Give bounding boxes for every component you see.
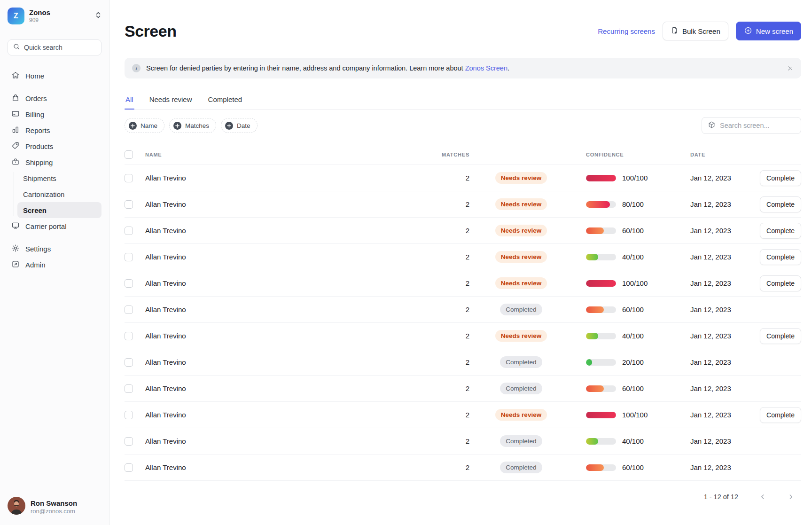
- filter-chip-matches[interactable]: Matches: [169, 118, 216, 133]
- row-checkbox[interactable]: [125, 411, 133, 419]
- user-email: ron@zonos.com: [31, 508, 77, 515]
- row-matches: 2: [422, 227, 469, 235]
- row-checkbox[interactable]: [125, 437, 133, 446]
- row-checkbox[interactable]: [125, 463, 133, 472]
- tabs: All Needs review Completed: [125, 93, 801, 110]
- external-link-icon: [11, 260, 20, 270]
- sidebar-item-home[interactable]: Home: [8, 68, 102, 84]
- status-badge: Needs review: [495, 330, 547, 342]
- sidebar-item-orders[interactable]: Orders: [8, 90, 102, 106]
- row-date: Jan 12, 2023: [690, 200, 756, 208]
- row-name: Allan Trevino: [145, 306, 422, 313]
- row-checkbox[interactable]: [125, 306, 133, 314]
- confidence-bar: [586, 464, 616, 471]
- status-badge: Needs review: [495, 225, 547, 236]
- chevron-right-icon[interactable]: [787, 493, 795, 501]
- complete-button[interactable]: Complete: [760, 275, 801, 291]
- package-icon: [11, 157, 20, 167]
- sidebar-item-label: Products: [25, 142, 53, 150]
- row-date: Jan 12, 2023: [690, 384, 756, 392]
- complete-button[interactable]: Complete: [760, 196, 801, 212]
- status-badge: Needs review: [495, 277, 547, 289]
- status-badge: Needs review: [495, 409, 547, 421]
- complete-button[interactable]: Complete: [760, 249, 801, 265]
- screen-search-input[interactable]: [720, 122, 795, 129]
- sidebar-item-settings[interactable]: Settings: [8, 241, 102, 257]
- row-checkbox[interactable]: [125, 227, 133, 235]
- sidebar-item-reports[interactable]: Reports: [8, 122, 102, 138]
- confidence-value: 100/100: [622, 279, 648, 287]
- filter-chip-name[interactable]: Name: [125, 118, 164, 133]
- confidence-bar: [586, 254, 616, 260]
- filter-chip-date[interactable]: Date: [221, 118, 258, 133]
- confidence-value: 40/100: [622, 332, 644, 340]
- confidence-fill: [586, 333, 598, 339]
- shipping-subnav: Shipments Cartonization Screen: [14, 170, 102, 218]
- row-checkbox[interactable]: [125, 200, 133, 209]
- close-icon[interactable]: [787, 65, 794, 72]
- row-checkbox[interactable]: [125, 332, 133, 340]
- confidence-value: 60/100: [622, 463, 644, 471]
- sidebar-item-label: Cartonization: [23, 190, 64, 198]
- row-date: Jan 12, 2023: [690, 227, 756, 235]
- cube-icon: [708, 121, 716, 131]
- tab-completed[interactable]: Completed: [207, 93, 243, 109]
- quick-search-input[interactable]: [24, 44, 96, 51]
- complete-button[interactable]: Complete: [760, 170, 801, 186]
- workspace-id: 909: [29, 17, 90, 24]
- tab-all[interactable]: All: [125, 93, 134, 109]
- column-header-confidence: Confidence: [573, 152, 690, 157]
- sidebar-nav: Home Orders Billing Reports Products Shi…: [8, 68, 102, 273]
- user-menu[interactable]: Ron Swanson ron@zonos.com: [8, 497, 77, 517]
- row-checkbox[interactable]: [125, 279, 133, 288]
- row-checkbox[interactable]: [125, 358, 133, 367]
- confidence-value: 40/100: [622, 253, 644, 261]
- sidebar-item-products[interactable]: Products: [8, 138, 102, 154]
- row-date: Jan 12, 2023: [690, 358, 756, 366]
- table-row: Allan Trevino 2 Needs review 100/100 Jan…: [125, 270, 801, 297]
- column-header-date: Date: [690, 152, 756, 157]
- sidebar-item-admin[interactable]: Admin: [8, 257, 102, 273]
- file-plus-icon: [671, 26, 679, 36]
- pagination-label: 1 - 12 of 12: [704, 493, 738, 501]
- bar-chart-icon: [11, 125, 20, 135]
- workspace-switcher[interactable]: Z Zonos 909: [8, 7, 102, 25]
- bulk-screen-button[interactable]: Bulk Screen: [663, 22, 728, 40]
- complete-button[interactable]: Complete: [760, 223, 801, 239]
- screen-search[interactable]: [702, 117, 801, 134]
- new-screen-button[interactable]: New screen: [736, 22, 801, 40]
- zonos-screen-link[interactable]: Zonos Screen: [465, 64, 508, 72]
- screen-table: Name Matches Confidence Date Allan Trevi…: [125, 144, 801, 481]
- status-badge: Completed: [500, 356, 542, 368]
- row-checkbox[interactable]: [125, 174, 133, 182]
- plus-icon: [173, 122, 181, 130]
- select-all-checkbox[interactable]: [125, 150, 133, 159]
- sidebar-item-shipments[interactable]: Shipments: [17, 170, 102, 186]
- complete-button[interactable]: Complete: [760, 328, 801, 344]
- row-date: Jan 12, 2023: [690, 411, 756, 419]
- sidebar-item-label: Shipments: [23, 174, 56, 182]
- row-name: Allan Trevino: [145, 227, 422, 235]
- row-matches: 2: [422, 358, 469, 366]
- row-matches: 2: [422, 306, 469, 313]
- gear-icon: [11, 244, 20, 254]
- credit-card-icon: [11, 110, 20, 119]
- sidebar-item-label: Reports: [25, 126, 50, 134]
- sidebar-item-shipping[interactable]: Shipping: [8, 154, 102, 170]
- complete-button[interactable]: Complete: [760, 407, 801, 423]
- row-checkbox[interactable]: [125, 384, 133, 393]
- sidebar-item-screen[interactable]: Screen: [17, 202, 102, 218]
- row-checkbox[interactable]: [125, 253, 133, 261]
- sidebar-item-cartonization[interactable]: Cartonization: [17, 186, 102, 202]
- confidence-value: 60/100: [622, 384, 644, 392]
- tab-needs-review[interactable]: Needs review: [148, 93, 193, 109]
- confidence-fill: [586, 438, 598, 445]
- banner-text: Screen for denied parties by entering in…: [146, 64, 781, 72]
- table-row: Allan Trevino 2 Completed 40/100 Jan 12,…: [125, 428, 801, 454]
- quick-search[interactable]: [8, 39, 102, 55]
- row-name: Allan Trevino: [145, 332, 422, 340]
- chevron-left-icon[interactable]: [759, 493, 766, 501]
- recurring-screens-link[interactable]: Recurring screens: [598, 27, 655, 35]
- sidebar-item-billing[interactable]: Billing: [8, 106, 102, 122]
- sidebar-item-carrier-portal[interactable]: Carrier portal: [8, 218, 102, 234]
